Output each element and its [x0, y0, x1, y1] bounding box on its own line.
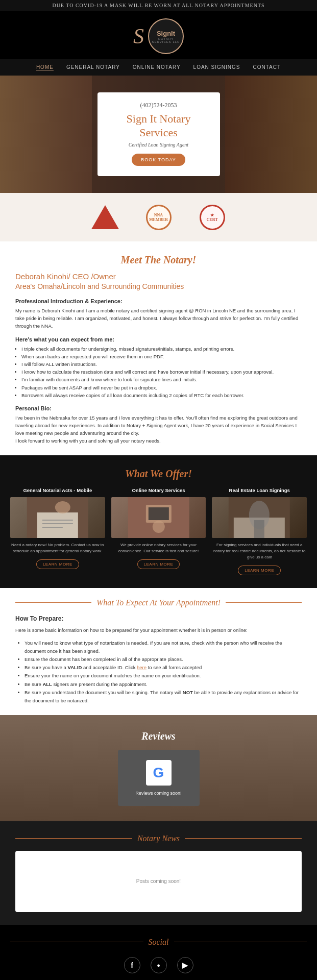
expect-heading: Here's what you can expect from me: — [15, 336, 302, 342]
social-title-line: Social — [10, 938, 307, 947]
prep-item-4: Ensure your the name on your document ma… — [25, 672, 302, 680]
offer-img-general — [10, 497, 105, 538]
expect-item-5: I'm familiar with documents and know whe… — [21, 376, 302, 383]
top-banner: DUE TO COVID-19 A MASK WILL BE WORN AT A… — [0, 0, 317, 11]
expect-intro: Here is some basic information on how to… — [15, 626, 302, 634]
offer-grid: General Notarial Acts - Mobile Need a no… — [10, 487, 307, 575]
expect-item-3: I will follow ALL written instructions. — [21, 360, 302, 368]
instagram-icon[interactable]: ● — [151, 957, 167, 973]
news-card: Posts coming soon! — [15, 851, 302, 912]
notary-name: Deborah Kinohi/ CEO /Owner — [15, 272, 302, 281]
svg-point-9 — [153, 521, 165, 533]
prep-item-5: Be sure ALL signers are present during t… — [25, 680, 302, 689]
news-placeholder: Posts coming soon! — [136, 878, 181, 884]
hero-subtitle: Certified Loan Signing Agent — [113, 142, 205, 148]
offer-img-real-estate — [212, 497, 307, 538]
news-section: Notary News Posts coming soon! — [0, 821, 317, 925]
expect-title-line: What To Expect At Your Appointment! — [15, 598, 302, 607]
svg-rect-8 — [149, 507, 169, 520]
bio-text1: I've been in the Nebraska for over 15 ye… — [15, 414, 302, 437]
offer-card-real-estate: Real Estate Loan Signings For signing se… — [212, 487, 307, 575]
hero-person-right — [225, 76, 317, 193]
badge-certified-circle: ★CERT — [198, 203, 226, 231]
offer-img-online — [111, 497, 206, 538]
offer-card-real-estate-desc: For signing services and individuals tha… — [212, 542, 307, 560]
expect-prep-list: You will need to know what type of notar… — [15, 639, 302, 705]
offer-card-online-desc: We provide online notary services for yo… — [111, 542, 206, 554]
header: S SignIt NOTARY SERVICES LLC — [0, 11, 317, 59]
navigation: HOME GENERAL NOTARY ONLINE NOTARY LOAN S… — [0, 59, 317, 76]
reviews-section: Reviews G Reviews coming soon! — [0, 715, 317, 821]
reviews-coming-soon: Reviews coming soon! — [128, 791, 189, 796]
nav-general-notary[interactable]: GENERAL NOTARY — [66, 64, 120, 70]
prep-item-2: Ensure the document has been completed i… — [25, 655, 302, 664]
social-divider-left — [10, 942, 143, 942]
nav-online-notary[interactable]: ONLINE NOTARY — [133, 64, 181, 70]
badge-nna-circle: NNAMEMBER — [144, 203, 173, 231]
learn-more-online-button[interactable]: LEARN MORE — [137, 559, 180, 569]
svg-rect-1 — [37, 512, 78, 538]
logo-circle: SignIt NOTARY SERVICES LLC — [148, 18, 184, 54]
badges-row: NNAMEMBER ★CERT — [0, 193, 317, 241]
youtube-icon[interactable]: ▶ — [177, 957, 193, 973]
expect-item-4: I know how to calculate the rescission d… — [21, 368, 302, 376]
hero-card: (402)524-2053 Sign It Notary Services Ce… — [97, 92, 220, 176]
social-title: Social — [149, 938, 169, 947]
intro-text: My name is Deborah Kinohi and I am a mob… — [15, 307, 302, 330]
offer-card-online-title: Online Notary Services — [111, 487, 206, 493]
expect-item-1: I triple check all documents for undersi… — [21, 345, 302, 353]
intro-heading: Professional Introduction & Experience: — [15, 298, 302, 304]
bio-text2: I look forward to working with you and s… — [15, 437, 302, 445]
google-g-icon: G — [146, 760, 172, 786]
meet-section: Meet The Notary! Deborah Kinohi/ CEO /Ow… — [0, 241, 317, 455]
prep-item-3: Be sure you have a VALID and acceptable … — [25, 664, 302, 672]
reviews-title: Reviews — [10, 730, 307, 742]
badge-nna-triangle — [91, 203, 119, 231]
notary-area: Area's Omaha/Lincoln and Surrounding Com… — [15, 282, 302, 290]
nna-member-badge: NNAMEMBER — [146, 205, 172, 230]
expect-item-7: Borrowers will always receive copies of … — [21, 391, 302, 399]
nav-loan-signings[interactable]: LOAN SIGNINGS — [193, 64, 240, 70]
hero-person-left — [0, 76, 92, 193]
bio-section: Professional Introduction & Experience: … — [15, 298, 302, 445]
news-divider-right — [185, 838, 302, 839]
expect-divider-right — [226, 602, 302, 603]
forms-link[interactable]: here — [137, 665, 147, 670]
social-icons-row: f ● ▶ — [10, 957, 307, 973]
offer-card-general: General Notarial Acts - Mobile Need a no… — [10, 487, 105, 575]
news-title: Notary News — [137, 834, 180, 843]
hero-section: (402)524-2053 Sign It Notary Services Ce… — [0, 76, 317, 193]
expect-divider-left — [15, 602, 91, 603]
nav-contact[interactable]: CONTACT — [253, 64, 281, 70]
expect-how-heading: How To Prepare: — [15, 615, 302, 622]
offer-card-general-desc: Need a notary now! No problem. Contact u… — [10, 542, 105, 554]
logo-sub: NOTARY SERVICES LLC — [149, 37, 183, 43]
bio-heading: Personal Bio: — [15, 405, 302, 411]
news-divider-left — [15, 838, 132, 839]
logo-brand: SignIt — [157, 30, 175, 37]
expect-title: What To Expect At Your Appointment! — [96, 598, 221, 607]
learn-more-real-estate-button[interactable]: LEARN MORE — [238, 566, 281, 575]
social-section: Social f ● ▶ Copyright © 2021 Sign It No… — [0, 925, 317, 980]
hero-phone: (402)524-2053 — [113, 102, 205, 109]
learn-more-general-button[interactable]: LEARN MORE — [36, 559, 79, 569]
book-today-button[interactable]: BOOK TODAY — [132, 154, 185, 166]
certified-badge: ★CERT — [200, 205, 225, 230]
expect-section: What To Expect At Your Appointment! How … — [0, 588, 317, 715]
google-reviews-card: G Reviews coming soon! — [118, 750, 200, 806]
nav-home[interactable]: HOME — [36, 64, 54, 70]
facebook-icon[interactable]: f — [124, 957, 140, 973]
meet-title: Meet The Notary! — [15, 254, 302, 266]
logo-s-letter: S — [133, 24, 144, 48]
expect-item-2: When scan-backs are requested you will r… — [21, 353, 302, 360]
expect-list: I triple check all documents for undersi… — [15, 345, 302, 399]
svg-rect-13 — [254, 520, 264, 538]
offer-title: What We Offer! — [10, 468, 307, 480]
social-divider-right — [174, 942, 307, 942]
triangle-icon — [91, 205, 119, 229]
offer-card-real-estate-title: Real Estate Loan Signings — [212, 487, 307, 493]
svg-point-5 — [55, 501, 70, 513]
banner-text: DUE TO COVID-19 A MASK WILL BE WORN AT A… — [52, 3, 264, 8]
prep-item-6: Be sure you understand the document you … — [25, 689, 302, 705]
offer-section: What We Offer! General Notarial Acts - M… — [0, 455, 317, 588]
